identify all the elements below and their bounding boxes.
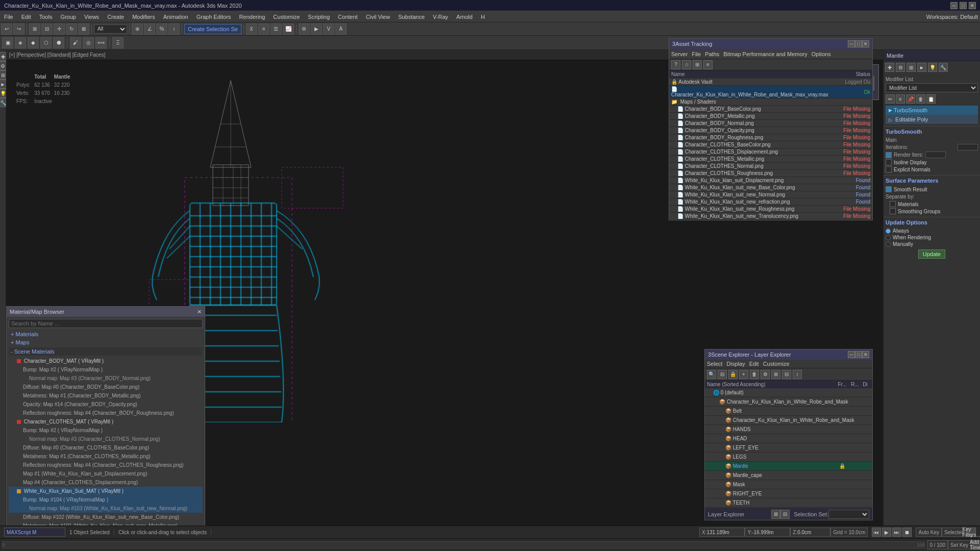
le-obj-mask[interactable]: 📦 Mask	[705, 480, 872, 489]
align-button[interactable]: ≡	[258, 23, 270, 35]
at-file-5[interactable]: 📄 Character_CLOTHES_BaseColor.png File M…	[669, 141, 872, 148]
mat-body-bump[interactable]: Bump: Map #2 ( VRayNormalMap )	[9, 365, 203, 374]
at-folder-row[interactable]: 📁 Maps / Shaders	[669, 98, 872, 106]
arnold-icon[interactable]: A	[335, 23, 347, 35]
smoothing-groups-checkbox[interactable]	[890, 208, 896, 214]
at-paths[interactable]: Paths	[705, 51, 719, 57]
le-customize[interactable]: Customize	[763, 361, 790, 367]
mat-body-metalness[interactable]: Metalness: Map #1 (Character_BODY_Metall…	[9, 391, 203, 400]
mat-suit-normal[interactable]: Normal map: Map #103 (White_Ku_Klux_Klan…	[9, 504, 203, 513]
sculpt-button[interactable]: ◎	[83, 37, 94, 48]
redo-button[interactable]: ↪	[13, 23, 24, 35]
reference-coord-select[interactable]: All Selected	[94, 24, 127, 34]
symmetry-button[interactable]: ⟺	[95, 37, 107, 48]
editable-poly-modifier[interactable]: ▷ Editable Poly	[886, 115, 978, 124]
le-lock-icon[interactable]: 🔒	[728, 370, 738, 379]
le-display[interactable]: Display	[727, 361, 745, 367]
mat-clothes-normal[interactable]: Normal map: Map #3 (Character_CLOTHES_No…	[9, 435, 203, 443]
at-close[interactable]: ✕	[862, 40, 869, 47]
element-mode[interactable]: ⬢	[53, 37, 64, 48]
at-file-15[interactable]: 📄 White_Ku_Klux_Klan_suit_new_Translucen…	[669, 213, 872, 220]
at-file-9[interactable]: 📄 Character_CLOTHES_Roughness.png File M…	[669, 170, 872, 177]
motion-tab-icon[interactable]: ►	[917, 63, 926, 72]
modifier-list-select[interactable]: Modifier List	[886, 83, 978, 92]
maximize-button[interactable]: □	[960, 2, 967, 9]
material-browser-close[interactable]: ✕	[197, 309, 202, 315]
stop-icon[interactable]: ⏹	[902, 528, 912, 537]
menu-content[interactable]: Content	[334, 11, 362, 22]
explicit-normals-checkbox[interactable]	[886, 166, 892, 172]
le-minimize[interactable]: ─	[848, 351, 855, 358]
mat-clothes-disp2[interactable]: Map #4 (Character_CLOTHES_Displacement.p…	[9, 478, 203, 487]
menu-group[interactable]: Group	[56, 11, 80, 22]
layer-button[interactable]: ☰	[271, 23, 282, 35]
at-star-icon[interactable]: ☆	[682, 60, 691, 69]
asset-tracking-titlebar[interactable]: 3 Asset Tracking ─ □ ✕	[669, 39, 872, 49]
le-selection-set-select[interactable]	[828, 510, 869, 519]
at-file-0[interactable]: 📄 Character_BODY_BaseColor.png File Miss…	[669, 106, 872, 113]
menu-scripting[interactable]: Scripting	[304, 11, 334, 22]
le-sort-icon[interactable]: ↕	[793, 370, 802, 379]
mat-clothes-bump[interactable]: Bump: Map #2 ( VRayNormalMap )	[9, 426, 203, 435]
le-filter-icon[interactable]: ⊟	[718, 370, 727, 379]
le-select[interactable]: Select	[707, 361, 723, 367]
le-obj-legs[interactable]: 📦 LEGS	[705, 453, 872, 462]
at-grid-icon[interactable]: ⊞	[693, 60, 702, 69]
at-file-4[interactable]: 📄 Character_BODY_Roughness.png File Miss…	[669, 134, 872, 141]
ribbon-tab[interactable]: Ξ	[112, 37, 124, 48]
turbosmoother-modifier[interactable]: ▶ TurboSmooth	[886, 106, 978, 115]
le-obj-mantle[interactable]: 📦 Mantle 🔒	[705, 462, 872, 471]
at-file-1[interactable]: 📄 Character_BODY_Metallic.png File Missi…	[669, 113, 872, 120]
update-button[interactable]: Update	[918, 249, 945, 259]
at-minimize[interactable]: ─	[848, 40, 855, 47]
play-icon[interactable]: ▶	[882, 528, 891, 537]
mat-body-opacity[interactable]: Opacity: Map #14 (Character_BODY_Opacity…	[9, 400, 203, 409]
material-browser-titlebar[interactable]: Material/Map Browser ✕	[7, 307, 205, 317]
x-input[interactable]	[706, 530, 742, 535]
le-options-icon[interactable]: ⚙	[761, 370, 770, 379]
menu-views[interactable]: Views	[80, 11, 103, 22]
angle-snap[interactable]: ∠	[144, 23, 155, 35]
materials-checkbox[interactable]	[890, 201, 896, 207]
iterations-input[interactable]: 0	[958, 144, 978, 151]
at-vault-row[interactable]: 🔒 Autodesk Vault Logged Ou	[669, 79, 872, 86]
mat-clothes-metalness[interactable]: Metalness: Map #1 (Character_CLOTHES_Met…	[9, 452, 203, 461]
modifier-copy-icon[interactable]: 📋	[926, 94, 936, 104]
set-key-btn[interactable]: Set Key	[948, 540, 971, 549]
select-object-button[interactable]: ⊞	[29, 23, 40, 35]
vray-icon[interactable]: V	[323, 23, 334, 35]
mat-body-diffuse[interactable]: Diffuse: Map #0 (Character_BODY_BaseColo…	[9, 383, 203, 391]
menu-help[interactable]: H	[477, 11, 489, 22]
menu-graph-editors[interactable]: Graph Editors	[192, 11, 235, 22]
le-obj-hands[interactable]: 📦 HANDS	[705, 425, 872, 434]
at-main-file-row[interactable]: 📄 Character_Ku_Klux_Klan_in_White_Robe_a…	[669, 86, 872, 98]
at-file-12[interactable]: 📄 White_Ku_Klux_Klan_suit_new_Normal.png…	[669, 191, 872, 198]
render-setup[interactable]: ⚙	[299, 23, 310, 35]
le-obj-left-eye[interactable]: 📦 LEFT_EYE	[705, 443, 872, 453]
edge-mode[interactable]: ◈	[15, 37, 26, 48]
always-radio[interactable]	[886, 229, 891, 234]
undo-button[interactable]: ↩	[1, 23, 12, 35]
create-tab-icon[interactable]: ✚	[885, 63, 894, 72]
mat-body-normal[interactable]: Normal map: Map #3 (Character_BODY_Norma…	[9, 374, 203, 383]
select-region-button[interactable]: ⊟	[41, 23, 53, 35]
le-obj-teeth[interactable]: 📦 TEETH	[705, 498, 872, 508]
le-add-layer-icon[interactable]: +	[739, 370, 748, 379]
move-button[interactable]: ✛	[54, 23, 65, 35]
at-file-2[interactable]: 📄 Character_BODY_Normal.png File Missing	[669, 120, 872, 127]
le-close[interactable]: ✕	[862, 351, 869, 358]
modify-tab-icon[interactable]: ⚙	[896, 63, 905, 72]
at-bitmap[interactable]: Bitmap Performance and Memory	[723, 51, 807, 57]
scene-materials-section[interactable]: - Scene Materials	[9, 347, 203, 356]
at-help-icon[interactable]: ?	[671, 60, 680, 69]
close-button[interactable]: ✕	[969, 2, 976, 9]
le-obj-char[interactable]: 📦 Character_Ku_Klux_Klan_in_White_Robe_a…	[705, 416, 872, 425]
display-tab-icon[interactable]: 💡	[928, 63, 937, 72]
le-layer-default[interactable]: 🌐 0 (default)	[705, 388, 872, 397]
next-frame-icon[interactable]: ⏭	[892, 528, 901, 537]
le-edit[interactable]: Edit	[749, 361, 759, 367]
le-footer-icon1[interactable]: ⊞	[771, 510, 780, 519]
mat-clothes-roughness[interactable]: Reflection roughness: Map #4 (Character_…	[9, 461, 203, 469]
menu-substance[interactable]: Substance	[394, 11, 429, 22]
isoline-checkbox[interactable]	[886, 159, 892, 165]
